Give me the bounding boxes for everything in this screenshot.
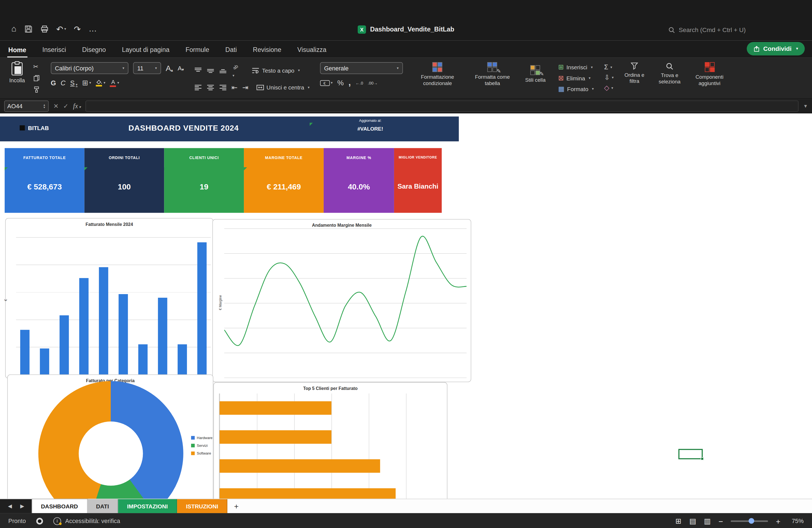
- tab-inserisci[interactable]: Inserisci: [41, 44, 67, 58]
- format-painter-icon[interactable]: [33, 85, 40, 93]
- tab-visualizza[interactable]: Visualizza: [296, 44, 328, 58]
- next-sheet-icon[interactable]: ▶: [20, 503, 24, 509]
- undo-icon[interactable]: ↶▾: [56, 23, 66, 34]
- tab-layout-di-pagina[interactable]: Layout di pagina: [121, 44, 171, 58]
- font-name-select[interactable]: Calibri (Corpo) ▾: [51, 62, 128, 74]
- add-sheet-button[interactable]: +: [228, 499, 245, 513]
- comma-style-button[interactable]: ,: [348, 80, 351, 85]
- bar: [118, 294, 128, 375]
- accessibility-label: Accessibilità: verifica: [65, 518, 120, 524]
- align-center-icon[interactable]: [207, 85, 214, 91]
- addins-button[interactable]: Componenti aggiuntivi: [691, 60, 727, 86]
- chart-andamento-margine[interactable]: Andamento Margine Mensile € Margine: [213, 219, 472, 382]
- tab-disegno[interactable]: Disegno: [81, 44, 107, 58]
- sheet-tab-dati[interactable]: DATI: [87, 499, 118, 513]
- name-box-spinner[interactable]: ▲▼: [43, 103, 46, 108]
- delete-cells-button[interactable]: ⊠ Elimina ▾: [558, 74, 594, 82]
- align-right-icon[interactable]: [219, 85, 227, 91]
- worksheet-area[interactable]: BITLAB DASHBOARD VENDITE 2024 Aggiornato…: [0, 114, 812, 499]
- wrap-text-button[interactable]: Testo a capo ▾: [251, 68, 300, 74]
- sort-filter-button[interactable]: Ordina e filtra: [621, 60, 648, 84]
- tab-revisione[interactable]: Revisione: [252, 44, 282, 58]
- find-select-button[interactable]: Trova e seleziona: [655, 60, 684, 85]
- increase-indent-icon[interactable]: ⇥: [242, 84, 248, 92]
- zoom-slider-knob[interactable]: [749, 518, 754, 524]
- normal-view-icon[interactable]: ⊞: [675, 517, 681, 525]
- kpi-card-fatturato-totale[interactable]: FATTURATO TOTALE € 528,673: [5, 148, 85, 212]
- page-break-view-icon[interactable]: ▥: [704, 517, 711, 525]
- font-color-button[interactable]: A ▾: [110, 79, 119, 87]
- save-icon[interactable]: [24, 23, 33, 34]
- tab-dati[interactable]: Dati: [224, 44, 238, 58]
- merge-center-button[interactable]: Unisci e centra ▾: [256, 85, 309, 91]
- clear-button[interactable]: ◇▾: [604, 84, 614, 92]
- format-cells-button[interactable]: ▦ Formato ▾: [558, 85, 594, 93]
- accessibility-status[interactable]: i Accessibilità: verifica: [53, 517, 120, 525]
- confirm-entry-icon[interactable]: ✓: [63, 102, 69, 109]
- name-box[interactable]: AO44 ▲▼: [4, 100, 48, 112]
- format-as-table-button[interactable]: ✎ Formatta come tabella: [470, 60, 514, 86]
- kpi-card-margine-pct[interactable]: MARGINE % 40.0%: [324, 148, 394, 212]
- sheet-tab-impostazioni[interactable]: IMPOSTAZIONI: [118, 499, 177, 513]
- align-bottom-icon[interactable]: [219, 68, 227, 74]
- align-middle-icon[interactable]: [207, 68, 214, 74]
- tab-formule[interactable]: Formule: [185, 44, 210, 58]
- kpi-card-ordini-totali[interactable]: ORDINI TOTALI 100: [85, 148, 164, 212]
- align-left-icon[interactable]: [194, 85, 202, 91]
- fill-handle[interactable]: [701, 457, 704, 460]
- copy-icon[interactable]: [33, 74, 40, 82]
- zoom-in-icon[interactable]: +: [776, 516, 780, 525]
- format-as-table-label: Formatta come tabella: [470, 74, 514, 86]
- decrease-decimal-button[interactable]: .00→: [368, 80, 378, 85]
- home-icon[interactable]: ⌂: [11, 23, 16, 34]
- selected-cell[interactable]: [678, 449, 702, 459]
- excel-app-icon: X: [358, 25, 366, 34]
- cell-styles-button[interactable]: ✎ Stili cella: [523, 63, 548, 83]
- zoom-slider[interactable]: [731, 520, 768, 522]
- font-size-select[interactable]: 11 ▾: [133, 62, 161, 74]
- cancel-entry-icon[interactable]: ✕: [53, 102, 59, 109]
- align-top-icon[interactable]: [194, 68, 202, 74]
- sheet-tab-istruzioni[interactable]: ISTRUZIONI: [177, 499, 228, 513]
- increase-decimal-button[interactable]: ←.0: [356, 80, 363, 85]
- search-field[interactable]: Search (Cmd + Ctrl + U): [668, 27, 746, 34]
- share-button[interactable]: Condividi ▾: [746, 42, 804, 56]
- increase-font-size-button[interactable]: A▴: [166, 64, 173, 73]
- sheet-tab-dashboard[interactable]: DASHBOARD: [32, 499, 87, 513]
- paste-button[interactable]: Incolla: [5, 60, 29, 93]
- formula-bar-expand-icon[interactable]: ▼: [803, 103, 808, 108]
- prev-sheet-icon[interactable]: ◀: [8, 503, 12, 509]
- number-format-select[interactable]: Generale ▾: [320, 62, 403, 74]
- bold-button[interactable]: G: [51, 79, 56, 87]
- kpi-card-clienti-unici[interactable]: CLIENTI UNICI 19: [164, 148, 244, 212]
- underline-button[interactable]: S▾: [70, 79, 77, 87]
- chart-fatturato-mensile[interactable]: Fatturato Mensile 2024 €: [5, 218, 214, 378]
- formula-input[interactable]: [85, 100, 798, 112]
- kpi-card-miglior-venditore[interactable]: MIGLIOR VENDITORE Sara Bianchi: [394, 148, 442, 212]
- italic-button[interactable]: C: [61, 79, 66, 87]
- decrease-font-size-button[interactable]: A▾: [178, 64, 184, 72]
- conditional-formatting-button[interactable]: Formattazione condizionale: [413, 60, 462, 86]
- borders-button[interactable]: ⊞▾: [82, 79, 91, 87]
- autosum-button[interactable]: Σ▾: [604, 63, 614, 71]
- insert-cells-button[interactable]: ⊞ Inserisci ▾: [558, 63, 594, 71]
- cut-icon[interactable]: ✂: [33, 63, 40, 70]
- more-commands-icon[interactable]: …: [89, 23, 97, 34]
- text-orientation-button[interactable]: ab▾: [231, 62, 240, 79]
- dashboard-banner[interactable]: BITLAB DASHBOARD VENDITE 2024 Aggiornato…: [0, 117, 459, 142]
- kpi-card-margine-totale[interactable]: MARGINE TOTALE € 211,469: [244, 148, 324, 212]
- chart-fatturato-categoria[interactable]: Fatturato per Categoria HardwareServiziS…: [7, 375, 213, 499]
- fill-color-button[interactable]: ▾: [96, 79, 105, 86]
- decrease-indent-icon[interactable]: ⇤: [231, 84, 237, 92]
- print-icon[interactable]: [40, 23, 48, 34]
- percent-style-button[interactable]: %: [337, 79, 344, 87]
- page-layout-view-icon[interactable]: ▤: [690, 517, 696, 525]
- tab-home[interactable]: Home: [7, 44, 27, 57]
- redo-icon[interactable]: ↷: [74, 23, 81, 34]
- zoom-out-icon[interactable]: −: [719, 516, 723, 525]
- fill-button[interactable]: ⇩▾: [604, 73, 614, 81]
- macro-record-icon[interactable]: [36, 517, 43, 524]
- accounting-format-button[interactable]: € ▾: [320, 79, 333, 86]
- chart-top-clienti[interactable]: Top 5 Clienti per Fatturato: [214, 382, 448, 499]
- insert-function-button[interactable]: fx▾: [73, 102, 81, 110]
